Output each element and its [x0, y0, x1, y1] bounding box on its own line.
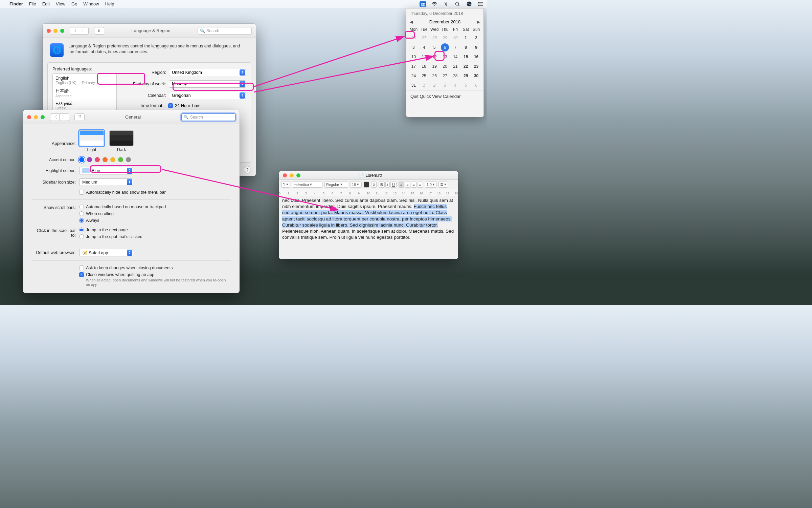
wifi-icon[interactable]: [431, 2, 438, 6]
show-all-button[interactable]: ⠿: [94, 27, 104, 35]
calendar-menubar-icon[interactable]: ▦: [420, 1, 426, 7]
calendar-date[interactable]: 19: [429, 62, 440, 71]
help-button[interactable]: ?: [244, 166, 251, 173]
titlebar[interactable]: 〈 〉 ⠿ General 🔍 Search: [23, 110, 240, 124]
accent-chip[interactable]: [118, 157, 123, 162]
align-justify-button[interactable]: ≡: [417, 182, 423, 188]
calendar-date[interactable]: 29: [460, 71, 471, 81]
radio-option[interactable]: When scrolling: [79, 211, 166, 216]
close-button[interactable]: [283, 173, 287, 177]
text-body[interactable]: nec odio. Praesent libero. Sed cursus an…: [279, 196, 458, 244]
sidebar-size-select[interactable]: Medium ▲▼: [79, 178, 133, 186]
calendar-date[interactable]: 26: [429, 71, 440, 81]
menu-go[interactable]: Go: [71, 1, 77, 6]
accent-chip[interactable]: [103, 157, 108, 162]
calendar-date[interactable]: 30: [471, 71, 481, 81]
bold-button[interactable]: B: [379, 182, 385, 188]
ruler[interactable]: 01234567891011121314151617181920: [279, 189, 458, 196]
align-left-button[interactable]: ≡: [399, 182, 404, 188]
back-button[interactable]: 〈: [70, 27, 79, 35]
bluetooth-icon[interactable]: [443, 1, 449, 6]
language-item-greek[interactable]: Ελληνικά Greek: [53, 99, 116, 111]
calendar-date[interactable]: 27: [440, 71, 450, 81]
radio-option[interactable]: Jump to the spot that's clicked: [79, 234, 142, 239]
paragraph-style-select[interactable]: ¶ ▾: [281, 182, 290, 188]
titlebar[interactable]: 〈 〉 ⠿ Language & Region 🔍 Search: [43, 24, 256, 38]
underline-button[interactable]: U: [390, 182, 397, 188]
menu-window[interactable]: Window: [83, 1, 99, 6]
line-spacing-select[interactable]: 1.0 ▾: [425, 182, 436, 188]
accent-chip[interactable]: [110, 157, 115, 162]
next-month-button[interactable]: ▶: [477, 19, 480, 24]
font-family-select[interactable]: Helvetica ▾: [292, 182, 322, 188]
calendar-date[interactable]: 2: [429, 81, 440, 90]
calendar-date[interactable]: 6: [471, 81, 481, 90]
time-format-checkbox[interactable]: ✓: [168, 103, 173, 108]
search-field[interactable]: 🔍 Search: [198, 27, 252, 35]
calendar-date[interactable]: 12: [429, 52, 440, 62]
forward-button[interactable]: 〉: [79, 27, 89, 35]
calendar-date[interactable]: 8: [460, 43, 471, 52]
align-center-button[interactable]: ≡: [405, 182, 410, 188]
calendar-date[interactable]: 3: [440, 81, 450, 90]
calendar-date[interactable]: 11: [419, 52, 429, 62]
calendar-date[interactable]: 25: [419, 71, 429, 81]
calendar-date[interactable]: 20: [440, 62, 450, 71]
back-button[interactable]: 〈: [50, 113, 60, 121]
bg-color-button[interactable]: ⧄: [371, 182, 377, 188]
search-field[interactable]: 🔍 Search: [181, 113, 235, 121]
calendar-date[interactable]: 5: [429, 43, 440, 52]
spotlight-icon[interactable]: [454, 2, 461, 6]
calendar-date[interactable]: 21: [450, 62, 460, 71]
region-select[interactable]: United Kingdom ▲▼: [169, 69, 246, 76]
ask-changes-checkbox[interactable]: [79, 266, 84, 270]
calendar-date[interactable]: 15: [460, 52, 471, 62]
titlebar[interactable]: 📄Lorem.rtf: [279, 171, 458, 180]
list-style-select[interactable]: ≣ ▾: [438, 182, 448, 188]
forward-button[interactable]: 〉: [60, 113, 69, 121]
italic-button[interactable]: I: [385, 182, 390, 188]
calendar-date[interactable]: 28: [450, 71, 460, 81]
calendar-date[interactable]: 23: [471, 62, 481, 71]
app-menu[interactable]: Finder: [9, 1, 23, 6]
siri-icon[interactable]: [466, 1, 472, 6]
show-all-button[interactable]: ⠿: [74, 113, 85, 121]
calendar-date[interactable]: 17: [408, 62, 419, 71]
prev-month-button[interactable]: ◀: [410, 19, 413, 24]
calendar-date[interactable]: 24: [408, 71, 419, 81]
first-day-select[interactable]: Monday ▲▼: [169, 80, 246, 88]
default-browser-select[interactable]: 🧭 Safari.app ▲▼: [79, 249, 133, 256]
calendar-date[interactable]: 22: [460, 62, 471, 71]
minimize-button[interactable]: [290, 173, 294, 177]
menu-file[interactable]: File: [29, 1, 36, 6]
calendar-date[interactable]: 29: [440, 33, 450, 43]
hide-menubar-checkbox[interactable]: [79, 190, 84, 195]
minimize-button[interactable]: [53, 29, 58, 33]
notification-center-icon[interactable]: [477, 2, 484, 6]
calendar-select[interactable]: Gregorian ▲▼: [169, 92, 246, 99]
close-windows-checkbox[interactable]: ✓: [79, 272, 84, 277]
text-color-button[interactable]: [364, 182, 369, 188]
language-item-japanese[interactable]: 日本語 Japanese: [53, 86, 116, 99]
language-item-english[interactable]: English English (UK) — Primary: [53, 74, 116, 86]
calendar-date[interactable]: 30: [450, 33, 460, 43]
calendar-date[interactable]: 31: [408, 81, 419, 90]
menu-edit[interactable]: Edit: [42, 1, 50, 6]
calendar-date[interactable]: 3: [408, 43, 419, 52]
calendar-date[interactable]: 4: [450, 81, 460, 90]
align-right-button[interactable]: ≡: [411, 182, 416, 188]
accent-chip[interactable]: [126, 157, 131, 162]
calendar-date[interactable]: 9: [471, 43, 481, 52]
font-size-select[interactable]: 18 ▾: [350, 182, 362, 188]
zoom-button[interactable]: [41, 115, 45, 119]
highlight-colour-select[interactable]: Blue ▲▼: [79, 167, 133, 174]
calendar-date[interactable]: 26: [408, 33, 419, 43]
calendar-date[interactable]: 1: [419, 81, 429, 90]
calendar-date[interactable]: 10: [408, 52, 419, 62]
menu-view[interactable]: View: [56, 1, 65, 6]
minimize-button[interactable]: [34, 115, 38, 119]
calendar-date[interactable]: 28: [429, 33, 440, 43]
calendar-date[interactable]: 5: [460, 81, 471, 90]
calendar-date[interactable]: 27: [419, 33, 429, 43]
close-button[interactable]: [47, 29, 51, 33]
